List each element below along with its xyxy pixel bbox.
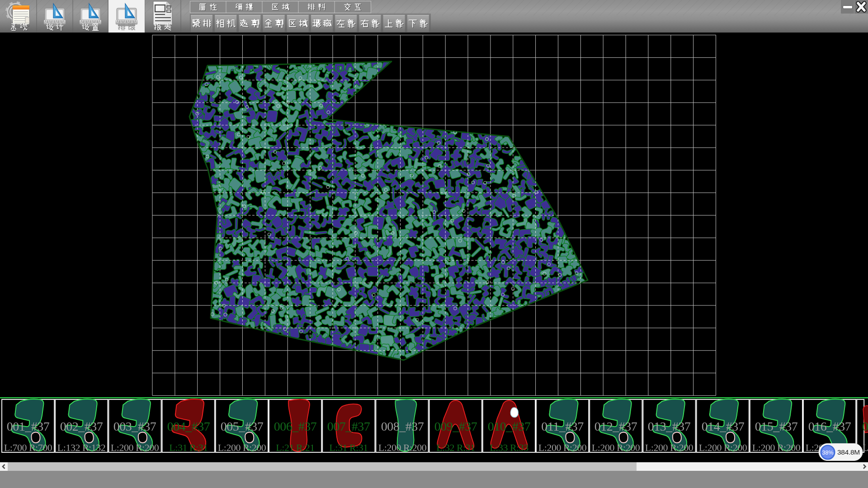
svg-text:L:200 R:200: L:200 R:200 — [111, 442, 159, 453]
svg-text:011_#37: 011_#37 — [541, 419, 584, 433]
svg-text:003_#37: 003_#37 — [113, 419, 156, 433]
svg-text:012_#37: 012_#37 — [594, 419, 637, 433]
svg-text:014_#37: 014_#37 — [702, 419, 745, 433]
svg-text:L:200 R:200: L:200 R:200 — [645, 442, 693, 453]
svg-text:009_#37: 009_#37 — [434, 419, 477, 433]
svg-text:002_#37: 002_#37 — [60, 419, 103, 433]
svg-text:L:700 R:700: L:700 R:700 — [4, 442, 52, 453]
svg-text:L:132 R:132: L:132 R:132 — [57, 442, 105, 453]
svg-text:005_#37: 005_#37 — [221, 419, 264, 433]
svg-text:013_#37: 013_#37 — [648, 419, 691, 433]
svg-text:L:31 R:31: L:31 R:31 — [169, 442, 208, 453]
svg-text:38%: 38% — [822, 450, 833, 456]
svg-text:016_#37: 016_#37 — [808, 419, 851, 433]
svg-text:001_#37: 001_#37 — [7, 419, 50, 433]
svg-text:010_#37: 010_#37 — [488, 419, 531, 433]
svg-text:L:200 R:200: L:200 R:200 — [699, 442, 747, 453]
svg-text:L:200 R:200: L:200 R:200 — [592, 442, 640, 453]
svg-text:L:200 R:200: L:200 R:200 — [218, 442, 266, 453]
svg-text:00: 00 — [862, 419, 868, 433]
svg-text:384.8M: 384.8M — [837, 448, 860, 456]
svg-text:006_#37: 006_#37 — [274, 419, 317, 433]
svg-text:015_#37: 015_#37 — [755, 419, 798, 433]
svg-text:L:: L: — [863, 442, 868, 453]
svg-text:L:200 R:200: L:200 R:200 — [752, 442, 801, 453]
svg-text:007_#37: 007_#37 — [327, 419, 370, 433]
svg-text:L:200 R:200: L:200 R:200 — [378, 442, 427, 453]
svg-text:L:33 R:33: L:33 R:33 — [490, 442, 528, 453]
svg-text:L:31 R:31: L:31 R:31 — [329, 442, 368, 453]
svg-text:004_#37: 004_#37 — [167, 419, 210, 433]
svg-text:L:21 R:21: L:21 R:21 — [276, 442, 314, 453]
svg-text:L:200 R:200: L:200 R:200 — [538, 442, 587, 453]
svg-text:L:32 R:31: L:32 R:31 — [436, 442, 475, 453]
svg-text:008_#37: 008_#37 — [381, 419, 424, 433]
